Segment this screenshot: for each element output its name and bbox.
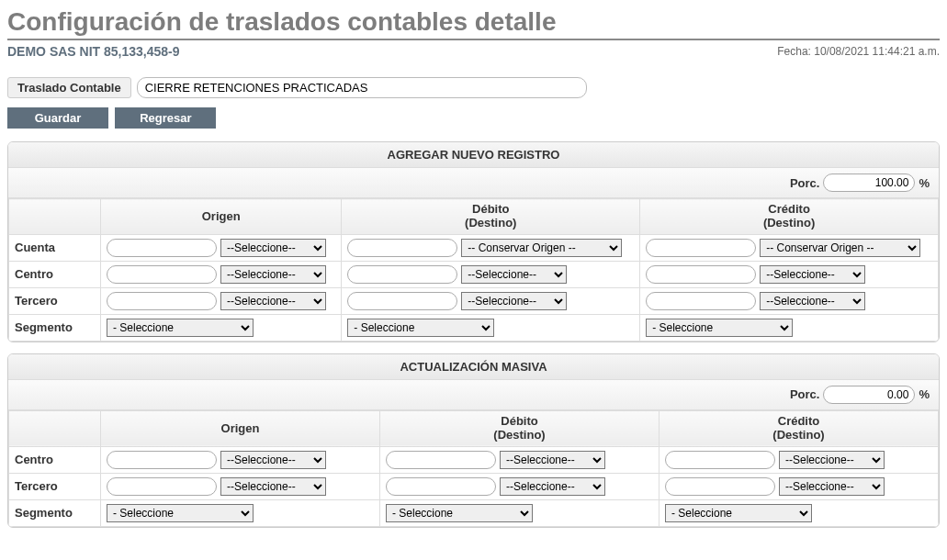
add-tercero-origen-input[interactable] — [107, 292, 217, 310]
header-bar: DEMO SAS NIT 85,133,458-9 Fecha: 10/08/2… — [7, 44, 940, 59]
porc-suffix: % — [919, 176, 930, 190]
mass-segmento-credito-select[interactable]: - Seleccione — [665, 504, 812, 522]
mass-segmento-debito-select[interactable]: - Seleccione — [386, 504, 533, 522]
add-cuenta-credito-input[interactable] — [646, 239, 756, 257]
page-title: Configuración de traslados contables det… — [7, 7, 940, 40]
add-centro-origen-input[interactable] — [107, 265, 217, 284]
mass-centro-origen-select[interactable]: --Seleccione-- — [220, 451, 326, 469]
add-tercero-credito-select[interactable]: --Seleccione-- — [760, 292, 865, 310]
col-blank — [9, 199, 101, 235]
traslado-input[interactable] — [137, 77, 587, 98]
datetime-label: Fecha: 10/08/2021 11:44:21 a.m. — [777, 45, 940, 58]
col-origen: Origen — [101, 199, 342, 235]
col-blank — [9, 410, 101, 446]
col-debito: Débito (Destino) — [380, 410, 660, 446]
col-debito-l2: (Destino) — [386, 429, 653, 442]
col-credito-l1: Crédito — [646, 203, 932, 217]
col-debito-l1: Débito — [386, 415, 653, 429]
traslado-row: Traslado Contable — [7, 77, 940, 98]
add-porc-row: Porc. % — [8, 168, 939, 198]
col-credito: Crédito (Destino) — [640, 199, 939, 235]
add-cuenta-debito-input[interactable] — [347, 239, 457, 257]
add-porc-input[interactable] — [823, 174, 915, 192]
mass-tercero-credito-select[interactable]: --Seleccione-- — [779, 477, 885, 496]
mass-centro-debito-select[interactable]: --Seleccione-- — [500, 451, 605, 469]
porc-suffix: % — [919, 387, 930, 401]
add-tercero-origen-select[interactable]: --Seleccione-- — [220, 292, 326, 310]
row-centro-label: Centro — [9, 261, 101, 287]
add-centro-debito-input[interactable] — [347, 265, 457, 284]
mass-panel-title: ACTUALIZACIÓN MASIVA — [8, 354, 939, 380]
col-debito-l2: (Destino) — [347, 217, 634, 230]
add-row-cuenta: Cuenta --Seleccione-- -- Conservar Orige… — [9, 234, 939, 261]
save-button[interactable]: Guardar — [7, 107, 108, 129]
porc-label: Porc. — [790, 387, 820, 401]
porc-label: Porc. — [790, 176, 820, 190]
add-cuenta-origen-select[interactable]: --Seleccione-- — [220, 239, 326, 257]
row-tercero-label: Tercero — [9, 473, 101, 499]
add-centro-origen-select[interactable]: --Seleccione-- — [220, 265, 326, 284]
add-cuenta-credito-select[interactable]: -- Conservar Origen -- — [760, 239, 920, 257]
add-panel: AGREGAR NUEVO REGISTRO Porc. % Origen Dé… — [7, 141, 940, 342]
add-segmento-origen-select[interactable]: - Seleccione — [107, 319, 254, 337]
col-debito-l1: Débito — [347, 203, 634, 217]
mass-centro-credito-select[interactable]: --Seleccione-- — [779, 451, 885, 469]
add-centro-debito-select[interactable]: --Seleccione-- — [461, 265, 567, 284]
col-credito: Crédito (Destino) — [660, 410, 939, 446]
col-credito-l2: (Destino) — [646, 217, 932, 230]
add-panel-title: AGREGAR NUEVO REGISTRO — [8, 142, 939, 168]
row-centro-label: Centro — [9, 446, 101, 473]
mass-panel: ACTUALIZACIÓN MASIVA Porc. % Origen Débi… — [7, 353, 940, 528]
row-segmento-label: Segmento — [9, 499, 101, 526]
mass-segmento-origen-select[interactable]: - Seleccione — [107, 504, 254, 522]
mass-porc-row: Porc. % — [8, 380, 939, 410]
mass-row-tercero: Tercero --Seleccione-- --Seleccione-- --… — [9, 473, 939, 499]
button-row: Guardar Regresar — [7, 107, 940, 129]
col-debito: Débito (Destino) — [342, 199, 640, 235]
add-cuenta-origen-input[interactable] — [107, 239, 217, 257]
add-row-tercero: Tercero --Seleccione-- --Seleccione-- --… — [9, 287, 939, 314]
add-row-centro: Centro --Seleccione-- --Seleccione-- --S… — [9, 261, 939, 287]
row-segmento-label: Segmento — [9, 314, 101, 341]
mass-tercero-debito-input[interactable] — [386, 477, 496, 496]
add-grid: Origen Débito (Destino) Crédito (Destino… — [8, 198, 939, 342]
add-segmento-credito-select[interactable]: - Seleccione — [646, 319, 793, 337]
company-label: DEMO SAS NIT 85,133,458-9 — [7, 44, 180, 59]
add-centro-credito-select[interactable]: --Seleccione-- — [760, 265, 865, 284]
col-credito-l2: (Destino) — [665, 429, 932, 442]
row-tercero-label: Tercero — [9, 287, 101, 314]
row-cuenta-label: Cuenta — [9, 234, 101, 261]
mass-centro-origen-input[interactable] — [107, 451, 217, 469]
mass-row-segmento: Segmento - Seleccione - Seleccione - Sel… — [9, 499, 939, 526]
mass-tercero-origen-select[interactable]: --Seleccione-- — [220, 477, 326, 496]
add-centro-credito-input[interactable] — [646, 265, 756, 284]
mass-centro-credito-input[interactable] — [665, 451, 775, 469]
mass-row-centro: Centro --Seleccione-- --Seleccione-- --S… — [9, 446, 939, 473]
add-tercero-debito-select[interactable]: --Seleccione-- — [461, 292, 567, 310]
col-origen: Origen — [101, 410, 380, 446]
add-row-segmento: Segmento - Seleccione - Seleccione - Sel… — [9, 314, 939, 341]
mass-tercero-debito-select[interactable]: --Seleccione-- — [500, 477, 605, 496]
mass-centro-debito-input[interactable] — [386, 451, 496, 469]
add-segmento-debito-select[interactable]: - Seleccione — [347, 319, 494, 337]
add-cuenta-debito-select[interactable]: -- Conservar Origen -- — [461, 239, 622, 257]
col-credito-l1: Crédito — [665, 415, 932, 429]
mass-tercero-credito-input[interactable] — [665, 477, 775, 496]
traslado-label: Traslado Contable — [7, 77, 131, 98]
add-tercero-debito-input[interactable] — [347, 292, 457, 310]
mass-porc-input[interactable] — [823, 386, 915, 404]
mass-tercero-origen-input[interactable] — [107, 477, 217, 496]
add-tercero-credito-input[interactable] — [646, 292, 756, 310]
back-button[interactable]: Regresar — [115, 107, 216, 129]
mass-grid: Origen Débito (Destino) Crédito (Destino… — [8, 410, 939, 527]
